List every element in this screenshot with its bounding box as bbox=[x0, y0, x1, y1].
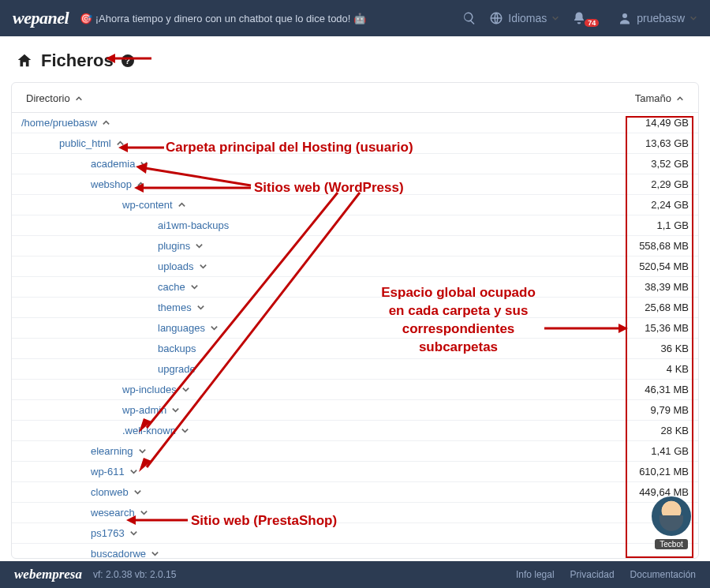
chevron-down-icon[interactable] bbox=[151, 549, 159, 558]
tree-row[interactable]: languages15,36 MB bbox=[12, 318, 698, 339]
tree-row[interactable]: buscadorwe bbox=[12, 544, 698, 559]
tecbot-widget[interactable]: Tecbot bbox=[648, 496, 694, 552]
chevron-down-icon bbox=[689, 14, 697, 22]
tree-row[interactable]: plugins558,68 MB bbox=[12, 236, 698, 257]
language-label: Idiomas bbox=[508, 12, 547, 24]
tree-row[interactable]: /home/pruebasw14,49 GB bbox=[12, 113, 698, 133]
folder-name[interactable]: public_html bbox=[59, 137, 111, 149]
folder-name[interactable]: wp-includes bbox=[122, 384, 177, 395]
folder-name[interactable]: ps1763 bbox=[91, 527, 125, 539]
tree-row[interactable]: wp-611610,21 MB bbox=[12, 462, 698, 482]
tecbot-avatar bbox=[652, 496, 691, 536]
brand-logo[interactable]: wepanel bbox=[13, 8, 69, 28]
tree-row[interactable]: wp-includes46,31 MB bbox=[12, 380, 698, 400]
folder-name[interactable]: upgrade bbox=[158, 363, 196, 375]
folder-name[interactable]: uploads bbox=[158, 260, 194, 272]
chevron-down-icon[interactable] bbox=[196, 303, 205, 312]
table-header: Directorio Tamaño bbox=[12, 83, 698, 113]
chevron-down-icon[interactable] bbox=[140, 508, 148, 517]
chevron-down-icon bbox=[551, 14, 559, 22]
footer-link-docs[interactable]: Documentación bbox=[630, 569, 696, 580]
folder-name[interactable]: webshop bbox=[91, 178, 132, 190]
tree-row[interactable]: elearning1,41 GB bbox=[12, 441, 698, 462]
chevron-down-icon[interactable] bbox=[199, 262, 207, 271]
tree-row[interactable]: upgrade4 KB bbox=[12, 359, 698, 380]
footer-version: vf: 2.0.38 vb: 2.0.15 bbox=[93, 569, 176, 580]
column-header-size[interactable]: Tamaño bbox=[635, 92, 684, 104]
folder-name[interactable]: cache bbox=[158, 281, 185, 293]
folder-size: 520,54 MB bbox=[639, 260, 698, 272]
tree-row[interactable]: academia3,52 GB bbox=[12, 154, 698, 174]
tree-row[interactable]: wesearch bbox=[12, 503, 698, 523]
footer-link-privacy[interactable]: Privacidad bbox=[570, 569, 615, 580]
tree-row[interactable]: public_html13,63 GB bbox=[12, 133, 698, 154]
tree-row[interactable]: clonweb449,64 MB bbox=[12, 482, 698, 503]
footer-link-legal[interactable]: Info legal bbox=[516, 569, 555, 580]
folder-name[interactable]: academia bbox=[91, 158, 135, 170]
chevron-down-icon[interactable] bbox=[171, 406, 180, 414]
tree-row[interactable]: wp-content2,24 GB bbox=[12, 195, 698, 215]
file-tree-rows: /home/pruebasw14,49 GBpublic_html13,63 G… bbox=[12, 113, 698, 559]
folder-size: 46,31 MB bbox=[645, 384, 698, 395]
column-header-directory[interactable]: Directorio bbox=[26, 92, 83, 104]
folder-name[interactable]: wp-content bbox=[122, 199, 173, 211]
chevron-up-icon[interactable] bbox=[116, 139, 125, 148]
promo-text: 🎯 ¡Ahorra tiempo y dinero con un chatbot… bbox=[80, 13, 366, 24]
tree-row[interactable]: backups36 KB bbox=[12, 339, 698, 359]
home-icon[interactable] bbox=[16, 52, 33, 69]
folder-name[interactable]: clonweb bbox=[91, 486, 129, 498]
page-header: Ficheros ? bbox=[0, 36, 710, 82]
chevron-down-icon[interactable] bbox=[210, 324, 219, 332]
help-icon[interactable]: ? bbox=[121, 54, 134, 67]
folder-size: 2,29 GB bbox=[651, 178, 698, 190]
tecbot-label: Tecbot bbox=[655, 539, 687, 549]
folder-size: 558,68 MB bbox=[639, 240, 698, 252]
language-menu[interactable]: Idiomas bbox=[489, 11, 559, 25]
footer-brand[interactable]: webempresa bbox=[14, 567, 82, 582]
chevron-down-icon[interactable] bbox=[181, 385, 190, 394]
tree-row[interactable]: .well-known28 KB bbox=[12, 421, 698, 441]
tree-row[interactable]: webshop2,29 GB bbox=[12, 174, 698, 195]
folder-name[interactable]: themes bbox=[158, 301, 192, 313]
chevron-down-icon[interactable] bbox=[195, 242, 204, 250]
chevron-down-icon[interactable] bbox=[190, 283, 199, 291]
folder-name[interactable]: /home/pruebasw bbox=[21, 117, 97, 129]
chevron-down-icon[interactable] bbox=[138, 447, 147, 455]
folder-name[interactable]: backups bbox=[158, 343, 196, 354]
folder-name[interactable]: .well-known bbox=[122, 425, 176, 436]
globe-icon bbox=[489, 11, 503, 25]
chevron-up-icon[interactable] bbox=[178, 200, 186, 209]
chevron-up-icon[interactable] bbox=[102, 118, 110, 127]
chevron-down-icon[interactable] bbox=[140, 159, 148, 168]
folder-size: 15,36 MB bbox=[645, 322, 698, 334]
folder-name[interactable]: wp-admin bbox=[122, 404, 166, 416]
search-button[interactable] bbox=[462, 11, 476, 25]
tree-row[interactable]: uploads520,54 MB bbox=[12, 257, 698, 277]
folder-name[interactable]: wesearch bbox=[91, 507, 135, 519]
folder-size: 13,63 GB bbox=[645, 137, 698, 149]
folder-name[interactable]: plugins bbox=[158, 240, 190, 252]
folder-name[interactable]: elearning bbox=[91, 445, 133, 457]
folder-name[interactable]: ai1wm-backups bbox=[158, 219, 229, 231]
chevron-down-icon[interactable] bbox=[181, 426, 189, 435]
footer-bar: webempresa vf: 2.0.38 vb: 2.0.15 Info le… bbox=[0, 561, 710, 588]
chevron-up-icon[interactable] bbox=[136, 180, 145, 189]
tree-row[interactable]: themes25,68 MB bbox=[12, 298, 698, 318]
tree-row[interactable]: ps1763 bbox=[12, 523, 698, 544]
folder-name[interactable]: languages bbox=[158, 322, 205, 334]
folder-size: 1,1 GB bbox=[657, 219, 698, 231]
user-menu[interactable]: pruebasw bbox=[618, 11, 697, 25]
chevron-down-icon[interactable] bbox=[129, 467, 138, 476]
top-bar: wepanel 🎯 ¡Ahorra tiempo y dinero con un… bbox=[0, 0, 710, 36]
tree-row[interactable]: cache38,39 MB bbox=[12, 277, 698, 298]
folder-name[interactable]: buscadorwe bbox=[91, 548, 146, 559]
search-icon bbox=[462, 11, 476, 25]
tree-row[interactable]: ai1wm-backups1,1 GB bbox=[12, 215, 698, 236]
chevron-down-icon[interactable] bbox=[133, 488, 142, 496]
svg-point-1 bbox=[622, 13, 627, 18]
chevron-down-icon[interactable] bbox=[129, 529, 138, 537]
tree-row[interactable]: wp-admin9,79 MB bbox=[12, 400, 698, 421]
folder-size: 1,41 GB bbox=[651, 445, 698, 457]
notifications-button[interactable]: 74 bbox=[572, 11, 605, 25]
folder-name[interactable]: wp-611 bbox=[91, 466, 125, 478]
